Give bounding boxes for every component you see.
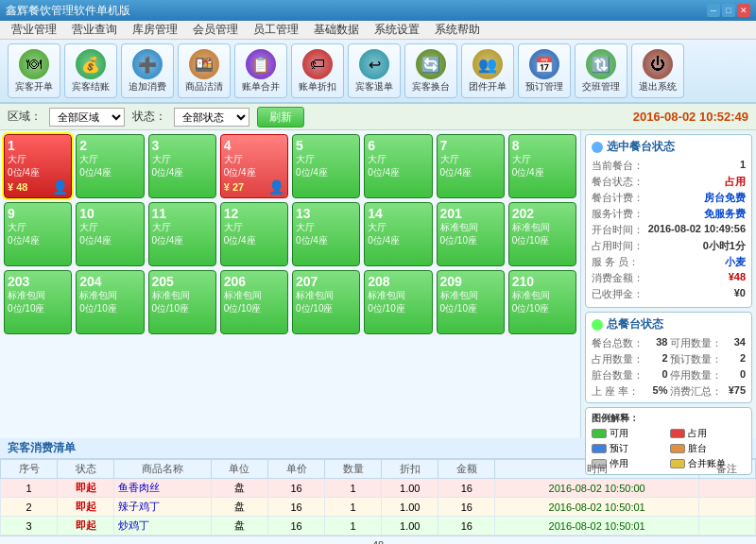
menu-item-库房管理[interactable]: 库房管理 [125,20,185,40]
table-card-4[interactable]: 4大厅0位/4座¥ 27👤 [220,134,288,198]
table-card-9[interactable]: 9大厅0位/4座 [4,202,72,266]
shift-icon: 🔃 [586,49,616,79]
toolbar-btn-desk[interactable]: 🔄 宾客换台 [404,43,457,98]
table-card-3[interactable]: 3大厅0位/4座 [148,134,216,198]
toolbar-btn-pay[interactable]: 💰 宾客结账 [64,43,117,98]
menu-item-营业查询[interactable]: 营业查询 [64,20,125,40]
selected-key: 餐台计费： [592,191,644,205]
table-seats-8: 0位/4座 [512,166,573,179]
table-area-9: 大厅 [8,221,68,234]
total-stats-title: 总餐台状态 [592,316,746,332]
stat-item: 停用数量：0 [670,368,747,382]
table-card-203[interactable]: 203标准包间0位/10座 [4,270,72,334]
menu-item-会员管理[interactable]: 会员管理 [185,20,246,40]
table-number-13: 13 [296,206,356,221]
area-select[interactable]: 全部区域 [49,108,125,127]
stat-key: 消费汇总： [670,384,722,399]
datetime-display: 2016-08-02 10:52:49 [633,110,748,124]
selected-key: 消费金额： [592,271,644,285]
table-area-4: 大厅 [224,153,284,166]
table-area-203: 标准包间 [8,289,68,302]
table-area-13: 大厅 [296,221,356,234]
table-area-11: 大厅 [152,221,213,234]
table-card-208[interactable]: 208标准包间0位/10座 [364,270,432,334]
status-select[interactable]: 全部状态 [174,108,249,127]
selected-val: ¥0 [734,287,746,301]
toolbar-btn-reserve[interactable]: 📅 预订管理 [518,43,571,98]
table-card-14[interactable]: 14大厅0位/4座 [364,202,432,266]
table-card-12[interactable]: 12大厅0位/4座 [220,202,288,266]
selected-row: 占用时间：0小时1分 [592,239,746,253]
selected-row: 服务计费：免服务费 [592,207,746,221]
legend-label-orange: 脏台 [688,442,707,455]
toolbar-label-group: 团件开单 [469,81,507,93]
table-card-10[interactable]: 10大厅0位/4座 [76,202,144,266]
toolbar-btn-merge[interactable]: 📋 账单合并 [234,43,287,98]
merge-icon: 📋 [246,49,276,79]
table-row-1: 9大厅0位/4座10大厅0位/4座11大厅0位/4座12大厅0位/4座13大厅0… [4,202,576,266]
selected-val: 0小时1分 [703,239,746,253]
selected-val: 免服务费 [704,207,746,221]
selected-row: 当前餐台：1 [592,159,746,173]
toolbar-label-pay: 宾客结账 [72,81,110,93]
order-name-cell: 鱼香肉丝 [114,479,212,498]
table-seats-201: 0位/10座 [440,234,501,247]
minimize-button[interactable]: ─ [707,4,720,17]
selected-row: 已收押金：¥0 [592,287,746,301]
table-area-3: 大厅 [152,153,213,166]
toolbar-btn-clean[interactable]: 🍱 商品洁清 [178,43,231,98]
table-card-1[interactable]: 1大厅0位/4座¥ 48👤 [4,134,72,198]
maximize-button[interactable]: □ [722,4,735,17]
menu-item-员工管理[interactable]: 员工管理 [246,20,306,40]
table-card-2[interactable]: 2大厅0位/4座 [76,134,144,198]
selected-val: 房台免费 [704,191,746,205]
menu-item-系统设置[interactable]: 系统设置 [367,20,427,40]
status-label: 状态： [132,109,166,125]
table-card-6[interactable]: 6大厅0位/4座 [364,134,432,198]
toolbar-btn-shift[interactable]: 🔃 交班管理 [575,43,627,98]
table-number-201: 201 [440,206,501,221]
toolbar-btn-exit[interactable]: ⏻ 退出系统 [631,43,684,98]
table-area-207: 标准包间 [296,289,356,302]
toolbar-btn-add[interactable]: ➕ 追加消费 [121,43,174,98]
table-card-201[interactable]: 201标准包间0位/10座 [437,202,505,266]
selected-row: 餐台状态：占用 [592,175,746,189]
toolbar-label-clean: 商品洁清 [185,81,223,93]
menu-item-系统帮助[interactable]: 系统帮助 [427,20,488,40]
table-card-209[interactable]: 209标准包间0位/10座 [437,270,505,334]
legend-item-orange: 脏台 [670,442,747,455]
table-seats-210: 0位/10座 [512,302,573,315]
table-card-8[interactable]: 8大厅0位/4座 [508,134,576,198]
toolbar-btn-discount[interactable]: 🏷 账单折扣 [291,43,344,98]
selected-table-title: 选中餐台状态 [592,139,746,155]
menu-item-营业管理[interactable]: 营业管理 [4,20,64,40]
selected-key: 服务计费： [592,207,644,221]
table-area-209: 标准包间 [440,289,501,302]
order-cell-4: 16 [268,498,325,517]
table-card-11[interactable]: 11大厅0位/4座 [148,202,216,266]
toolbar-btn-return[interactable]: ↩ 宾客退单 [348,43,401,98]
refresh-button[interactable]: 刷新 [257,107,304,128]
order-row-1: 1即起鱼香肉丝盘1611.00162016-08-02 10:50:00 [1,479,756,498]
table-card-204[interactable]: 204标准包间0位/10座 [76,270,144,334]
table-card-7[interactable]: 7大厅0位/4座 [437,134,505,198]
table-card-205[interactable]: 205标准包间0位/10座 [148,270,216,334]
table-card-207[interactable]: 207标准包间0位/10座 [292,270,360,334]
toolbar-btn-open[interactable]: 🍽 宾客开单 [8,43,60,98]
stat-key: 上 座 率： [592,384,639,399]
toolbar-label-exit: 退出系统 [639,81,677,93]
table-card-210[interactable]: 210标准包间0位/10座 [508,270,576,334]
discount-icon: 🏷 [302,49,333,79]
toolbar-btn-group[interactable]: 👥 团件开单 [461,43,514,98]
table-seats-204: 0位/10座 [79,302,140,315]
table-card-206[interactable]: 206标准包间0位/10座 [220,270,288,334]
table-area-206: 标准包间 [224,289,284,302]
table-card-202[interactable]: 202标准包间0位/10座 [508,202,576,266]
order-cell-6: 1.00 [382,498,438,517]
close-button[interactable]: ✕ [737,4,750,17]
stat-key: 脏台数量： [592,368,644,382]
table-card-13[interactable]: 13大厅0位/4座 [292,202,360,266]
order-cell-0: 3 [1,517,58,536]
table-card-5[interactable]: 5大厅0位/4座 [292,134,360,198]
menu-item-基础数据[interactable]: 基础数据 [306,20,367,40]
